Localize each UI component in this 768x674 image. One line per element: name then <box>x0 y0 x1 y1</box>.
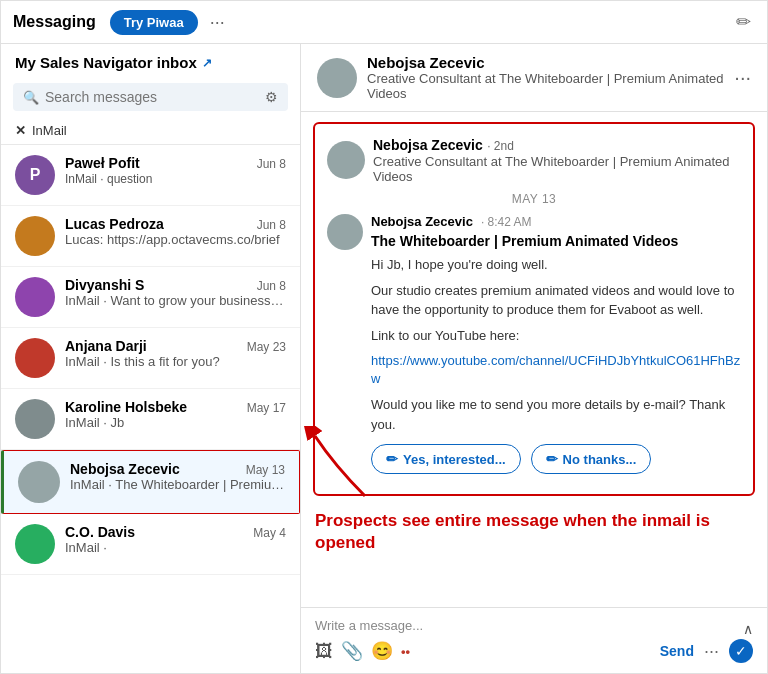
pencil-icon-2: ✏ <box>546 451 558 467</box>
emoji-tool-button[interactable]: 😊 <box>371 640 393 662</box>
message-highlight-box: Nebojsa Zecevic · 2nd Creative Consultan… <box>313 122 755 496</box>
send-button[interactable]: Send <box>660 643 694 659</box>
filter-icon[interactable]: ⚙ <box>265 89 278 105</box>
message-info: Anjana Darji May 23 InMail · Is this a f… <box>65 338 286 369</box>
no-thanks-button[interactable]: ✏ No thanks... <box>531 444 652 474</box>
avatar-header <box>317 58 357 98</box>
message-info: Divyanshi S Jun 8 InMail · Want to grow … <box>65 277 286 308</box>
avatar <box>18 461 60 503</box>
msg-sender: Nebojsa Zecevic <box>371 214 473 229</box>
yes-interested-button[interactable]: ✏ Yes, interested... <box>371 444 521 474</box>
message-top: Paweł Pofit Jun 8 <box>65 155 286 171</box>
conversation-header: Nebojsa Zecevic Creative Consultant at T… <box>301 44 767 112</box>
compose-toolbar: 🖼 📎 😊 •• Send ··· ✓ <box>315 639 753 663</box>
list-item[interactable]: Karoline Holsbeke May 17 InMail · Jb <box>1 389 300 450</box>
message-date: Jun 8 <box>257 218 286 232</box>
msg-text-1: Hi Jb, I hope you're doing well. <box>371 255 741 275</box>
sender-name: Paweł Pofit <box>65 155 140 171</box>
header-name: Nebojsa Zecevic <box>367 54 734 71</box>
message-content: Nebojsa Zecevic · 8:42 AM The Whiteboard… <box>371 214 741 474</box>
left-panel: My Sales Navigator inbox ↗ 🔍 ⚙ ✕ InMail … <box>1 44 301 673</box>
list-item-active[interactable]: Nebojsa Zecevic May 13 InMail · The Whit… <box>1 450 300 514</box>
top-nav: Messaging Try Piwaa ··· ✏ <box>1 1 767 44</box>
avatar <box>15 524 55 564</box>
sender-name: C.O. Davis <box>65 524 135 540</box>
msg-link[interactable]: https://www.youtube.com/channel/UCFiHDJb… <box>371 353 740 386</box>
list-item[interactable]: C.O. Davis May 4 InMail · <box>1 514 300 575</box>
avatar: P <box>15 155 55 195</box>
avatar <box>15 338 55 378</box>
sender-name: Lucas Pedroza <box>65 216 164 232</box>
try-piwaa-button[interactable]: Try Piwaa <box>110 10 198 35</box>
message-preview: Lucas: https://app.octavecms.co/brief <box>65 232 286 247</box>
message-preview: InMail · Jb <box>65 415 286 430</box>
profile-name-row: Nebojsa Zecevic · 2nd <box>373 136 741 154</box>
app-container: Messaging Try Piwaa ··· ✏ My Sales Navig… <box>0 0 768 674</box>
inmail-filter-label: InMail <box>32 123 67 138</box>
message-sender-time: Nebojsa Zecevic · 8:42 AM <box>371 214 741 229</box>
list-item[interactable]: P Paweł Pofit Jun 8 InMail · question <box>1 145 300 206</box>
more-nav-button[interactable]: ··· <box>206 10 229 35</box>
message-block: Nebojsa Zecevic · 8:42 AM The Whiteboard… <box>327 214 741 474</box>
message-preview: InMail · Want to grow your business digi… <box>65 293 286 308</box>
search-bar: 🔍 ⚙ <box>13 83 288 111</box>
compose-area: Write a message... ∧ 🖼 📎 😊 •• Send ··· ✓ <box>301 607 767 673</box>
sender-name: Anjana Darji <box>65 338 147 354</box>
list-item[interactable]: Anjana Darji May 23 InMail · Is this a f… <box>1 328 300 389</box>
msg-company: The Whiteboarder | Premium Animated Vide… <box>371 233 741 249</box>
messages-list: P Paweł Pofit Jun 8 InMail · question <box>1 145 300 673</box>
message-preview: InMail · Is this a fit for you? <box>65 354 286 369</box>
close-filter-button[interactable]: ✕ <box>15 123 26 138</box>
header-title: Creative Consultant at The Whiteboarder … <box>367 71 734 101</box>
compose-tools: 🖼 📎 😊 •• <box>315 640 650 662</box>
message-preview: InMail · The Whiteboarder | Premium Anim… <box>70 477 285 492</box>
conversation-body: Nebojsa Zecevic · 2nd Creative Consultan… <box>301 112 767 607</box>
message-info: C.O. Davis May 4 InMail · <box>65 524 286 555</box>
msg-text-2: Our studio creates premium animated vide… <box>371 281 741 320</box>
search-input[interactable] <box>45 89 259 105</box>
avatar <box>15 216 55 256</box>
action-buttons: ✏ Yes, interested... ✏ No thanks... <box>371 444 741 474</box>
header-more-button[interactable]: ··· <box>734 66 751 89</box>
header-info: Nebojsa Zecevic Creative Consultant at T… <box>367 54 734 101</box>
message-preview: InMail · <box>65 540 286 555</box>
profile-avatar <box>327 141 365 179</box>
external-link-icon: ↗ <box>202 56 212 70</box>
inbox-header: My Sales Navigator inbox ↗ <box>1 44 300 77</box>
avatar <box>15 399 55 439</box>
list-item[interactable]: Divyanshi S Jun 8 InMail · Want to grow … <box>1 267 300 328</box>
annotation-text: Prospects see entire message when the in… <box>315 506 753 564</box>
inbox-title-text: My Sales Navigator inbox <box>15 54 197 71</box>
inbox-title: My Sales Navigator inbox ↗ <box>15 54 286 71</box>
sender-name: Divyanshi S <box>65 277 144 293</box>
collapse-compose-button[interactable]: ∧ <box>743 621 753 637</box>
list-item[interactable]: Lucas Pedroza Jun 8 Lucas: https://app.o… <box>1 206 300 267</box>
message-date: Jun 8 <box>257 157 286 171</box>
compose-label: Write a message... <box>315 618 423 633</box>
date-divider: MAY 13 <box>327 192 741 206</box>
profile-subtitle: Creative Consultant at The Whiteboarder … <box>373 154 741 184</box>
message-info: Karoline Holsbeke May 17 InMail · Jb <box>65 399 286 430</box>
message-date: May 17 <box>247 401 286 415</box>
message-date: May 23 <box>247 340 286 354</box>
search-icon: 🔍 <box>23 90 39 105</box>
message-date: Jun 8 <box>257 279 286 293</box>
profile-name[interactable]: Nebojsa Zecevic <box>373 137 483 153</box>
message-date: May 13 <box>246 463 285 477</box>
attach-tool-button[interactable]: 📎 <box>341 640 363 662</box>
profile-text: Nebojsa Zecevic · 2nd Creative Consultan… <box>373 136 741 184</box>
avatar <box>15 277 55 317</box>
compose-more-button[interactable]: ··· <box>704 641 719 662</box>
message-info: Paweł Pofit Jun 8 InMail · question <box>65 155 286 186</box>
profile-row: Nebojsa Zecevic · 2nd Creative Consultan… <box>327 136 741 184</box>
msg-text-3: Link to our YouTube here: <box>371 326 741 346</box>
compose-nav-button[interactable]: ✏ <box>732 9 755 35</box>
inmail-filter: ✕ InMail <box>1 117 300 145</box>
gif-tool-button[interactable]: •• <box>401 640 410 662</box>
image-tool-button[interactable]: 🖼 <box>315 640 333 662</box>
message-info: Nebojsa Zecevic May 13 InMail · The Whit… <box>70 461 285 492</box>
message-avatar <box>327 214 363 250</box>
main-layout: My Sales Navigator inbox ↗ 🔍 ⚙ ✕ InMail … <box>1 44 767 673</box>
message-date: May 4 <box>253 526 286 540</box>
sender-name: Nebojsa Zecevic <box>70 461 180 477</box>
